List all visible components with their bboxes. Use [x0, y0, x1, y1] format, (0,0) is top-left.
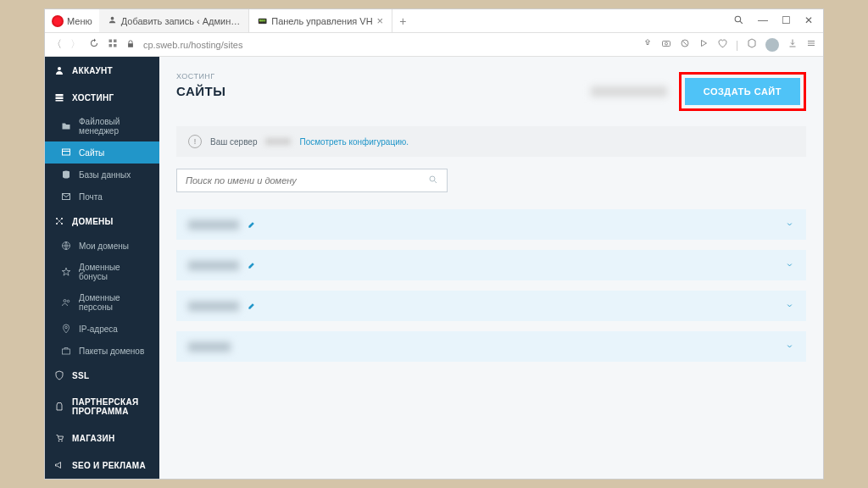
search-box[interactable]: [176, 169, 448, 192]
sidebar: АККАУНТ ХОСТИНГ Файловый менеджер Сайты …: [45, 57, 159, 479]
svg-line-37: [435, 181, 437, 184]
sidebar-databases-label: Базы данных: [79, 170, 131, 180]
svg-point-31: [67, 300, 70, 302]
tab-admin-label: Добавить запись ‹ Админ…: [121, 16, 240, 26]
toolbar-right-icons: |: [643, 38, 816, 52]
tab-admin[interactable]: Добавить запись ‹ Админ…: [99, 9, 249, 32]
apps-icon[interactable]: [108, 38, 118, 51]
sidebar-item-ip-addresses[interactable]: IP-адреса: [45, 318, 159, 340]
site-row[interactable]: [176, 291, 806, 321]
sidebar-item-my-domains[interactable]: Мои домены: [45, 235, 159, 257]
create-site-button[interactable]: СОЗДАТЬ САЙТ: [685, 78, 800, 105]
sidebar-item-domain-packages[interactable]: Пакеты доменов: [45, 340, 159, 362]
bag-icon: [53, 402, 65, 412]
window-close-icon[interactable]: ✕: [804, 14, 813, 28]
sidebar-ssl-label: SSL: [72, 371, 89, 380]
sidebar-item-mail[interactable]: Почта: [45, 186, 159, 208]
mail-icon: [60, 191, 72, 202]
svg-rect-33: [63, 349, 70, 354]
back-icon[interactable]: 〈: [52, 37, 62, 52]
sidebar-hosting[interactable]: ХОСТИНГ: [45, 84, 159, 111]
redacted-site-name: [188, 302, 239, 311]
redacted-header-info: [591, 86, 667, 97]
sidebar-account[interactable]: АККАУНТ: [45, 57, 159, 84]
maximize-icon[interactable]: ☐: [782, 14, 791, 28]
play-icon[interactable]: [698, 38, 709, 51]
svg-rect-5: [109, 44, 113, 47]
new-tab-button[interactable]: +: [392, 14, 413, 28]
chevron-down-icon[interactable]: [785, 339, 794, 354]
svg-point-36: [430, 176, 435, 181]
star-icon: [60, 267, 72, 277]
close-icon[interactable]: ×: [377, 14, 384, 27]
svg-rect-16: [56, 97, 64, 100]
camera-icon[interactable]: [661, 38, 671, 51]
site-row[interactable]: [176, 250, 806, 280]
block-icon[interactable]: [680, 38, 690, 51]
sidebar-ip-label: IP-адреса: [79, 324, 118, 334]
sidebar-domains[interactable]: ДОМЕНЫ: [45, 208, 159, 235]
lock-icon: [126, 39, 135, 51]
share-icon[interactable]: [643, 38, 653, 51]
folder-icon: [60, 121, 72, 131]
sidebar-item-domain-bonuses[interactable]: Доменные бонусы: [45, 257, 159, 287]
svg-point-14: [58, 67, 61, 70]
sidebar-item-sites[interactable]: Сайты: [45, 141, 159, 164]
window-controls: — ☐ ✕: [723, 14, 823, 28]
sidebar-item-domain-persons[interactable]: Доменные персоны: [45, 287, 159, 318]
breadcrumb: ХОСТИНГ: [176, 72, 225, 80]
edit-icon[interactable]: [248, 298, 257, 313]
create-site-highlight: СОЗДАТЬ САЙТ: [679, 72, 806, 111]
reload-icon[interactable]: [89, 38, 99, 51]
domains-icon: [53, 216, 65, 226]
download-icon[interactable]: [787, 38, 798, 51]
sidebar-shop[interactable]: МАГАЗИН: [45, 424, 159, 452]
search-input[interactable]: [186, 175, 428, 186]
tab-panel-label: Панель управления VH: [271, 16, 372, 26]
sidebar-packages-label: Пакеты доменов: [79, 347, 144, 356]
chevron-down-icon[interactable]: [785, 217, 794, 232]
server-info-bar: ! Ваш сервер Посмотреть конфигурацию.: [176, 126, 806, 157]
search-icon[interactable]: [428, 173, 438, 188]
heart-icon[interactable]: [717, 38, 727, 51]
redacted-server-name: [265, 138, 291, 145]
sidebar-seo[interactable]: SEO И РЕКЛАМА: [45, 452, 159, 479]
url-text[interactable]: cp.sweb.ru/hosting/sites: [143, 40, 242, 50]
tab-panel-vh[interactable]: 📟 Панель управления VH ×: [249, 9, 392, 32]
sidebar-ssl[interactable]: SSL: [45, 362, 159, 389]
forward-icon[interactable]: 〉: [70, 37, 81, 52]
globe-icon: [60, 241, 72, 251]
cart-icon: [53, 433, 65, 443]
megaphone-icon: [53, 460, 65, 470]
sidebar-item-file-manager[interactable]: Файловый менеджер: [45, 111, 159, 141]
minimize-icon[interactable]: —: [758, 14, 768, 28]
content-area: ХОСТИНГ САЙТЫ СОЗДАТЬ САЙТ ! Ваш сервер …: [159, 57, 823, 479]
edit-icon[interactable]: [248, 217, 257, 232]
sidebar-shop-label: МАГАЗИН: [72, 434, 115, 443]
view-config-link[interactable]: Посмотреть конфигурацию.: [299, 137, 409, 147]
cube-icon[interactable]: [747, 38, 757, 51]
menu-icon[interactable]: [806, 38, 816, 51]
opera-menu-button[interactable]: Меню: [45, 15, 99, 27]
sidebar-item-databases[interactable]: Базы данных: [45, 164, 159, 186]
hosting-icon: [53, 92, 65, 103]
sites-icon: [60, 147, 72, 158]
sidebar-my-domains-label: Мои домены: [79, 241, 129, 251]
chevron-down-icon[interactable]: [785, 258, 794, 273]
pin-icon: [60, 324, 72, 334]
sidebar-domain-persons-label: Доменные персоны: [79, 293, 151, 312]
svg-point-30: [64, 300, 66, 302]
avatar-icon[interactable]: [765, 38, 779, 52]
sidebar-partner[interactable]: ПАРТНЕРСКАЯ ПРОГРАММА: [45, 389, 159, 424]
sidebar-hosting-label: ХОСТИНГ: [72, 93, 114, 103]
site-row[interactable]: [176, 209, 806, 240]
briefcase-icon: [60, 346, 72, 356]
svg-rect-18: [63, 149, 70, 155]
edit-icon[interactable]: [248, 258, 257, 273]
chevron-down-icon[interactable]: [785, 298, 794, 313]
info-icon: !: [188, 135, 202, 148]
info-prefix: Ваш сервер: [210, 137, 257, 147]
site-row[interactable]: [176, 331, 806, 362]
search-icon[interactable]: [733, 14, 744, 28]
svg-rect-7: [662, 42, 670, 47]
